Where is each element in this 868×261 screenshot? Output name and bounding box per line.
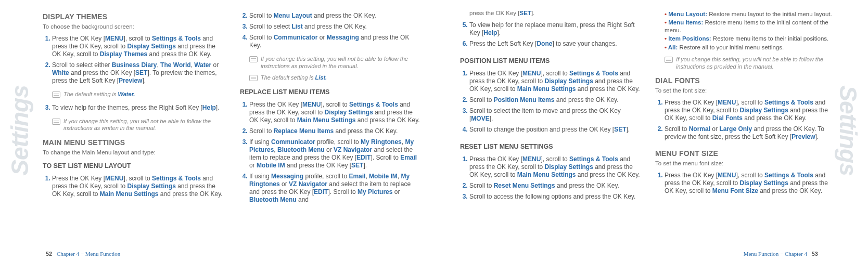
step: Scroll to Replace Menu Items and press t… — [249, 127, 423, 135]
set-list-menu-layout-steps: Press the OK Key [MENU], scroll to Setti… — [43, 173, 225, 201]
note-icon — [665, 57, 673, 63]
page-right: press the OK Key [SET]. To view help for… — [450, 0, 850, 261]
left-col-2: Scroll to Menu Layout and press the OK K… — [240, 9, 423, 247]
page-number-left: 52 — [46, 251, 52, 257]
reset-list-menu-settings-heading: RESET LIST MENU SETTINGS — [460, 143, 641, 151]
note-icon — [249, 75, 258, 81]
page-left: DISPLAY THEMES To choose the background … — [32, 0, 433, 261]
step: Press the Left Soft Key [Done] to save y… — [469, 40, 641, 48]
side-label-left: Settings — [5, 85, 35, 175]
set-list-menu-layout-heading: TO SET LIST MENU LAYOUT — [43, 162, 225, 171]
main-menu-settings-lead: To change the Main Menu layout and type: — [43, 149, 225, 156]
dial-fonts-steps: Press the OK Key [MENU], scroll to Setti… — [655, 97, 836, 144]
note: The default setting is List. — [249, 74, 423, 82]
reset-list-menu-settings-steps: Press the OK Key [MENU], scroll to Setti… — [460, 154, 641, 204]
page-number-right: 53 — [812, 251, 818, 257]
list-item: All: Restore all to your initial menu se… — [665, 44, 836, 51]
right-col-2: Menu Layout: Restore menu layout to the … — [655, 9, 836, 247]
list-item: Menu Layout: Restore menu layout to the … — [665, 10, 836, 18]
step: Scroll to select List and press the OK K… — [249, 23, 423, 31]
step: Scroll to access the following options a… — [469, 193, 641, 201]
dial-fonts-heading: DIAL FONTS — [655, 76, 836, 86]
step: Press the OK Key [MENU], scroll to Setti… — [665, 99, 836, 122]
step: Press the OK Key [MENU], scroll to Setti… — [52, 175, 225, 198]
position-list-menu-items-steps: Press the OK Key [MENU], scroll to Setti… — [460, 68, 641, 137]
set-list-menu-layout-steps-cont: Scroll to Menu Layout and press the OK K… — [240, 10, 423, 53]
note-icon — [52, 119, 60, 125]
step: Scroll to change the position and press … — [469, 126, 641, 134]
step: Press the OK Key [MENU], scroll to Setti… — [665, 172, 836, 195]
menu-font-size-steps: Press the OK Key [MENU], scroll to Setti… — [655, 170, 836, 198]
step: Scroll to Reset Menu Settings and press … — [469, 182, 641, 190]
step: Scroll to select either Business Diary, … — [52, 61, 225, 85]
note: If you change this setting, you will not… — [52, 118, 225, 133]
note: If you change this setting, you will not… — [665, 56, 836, 71]
step: To view help for the themes, press the R… — [52, 104, 225, 112]
right-col-1: press the OK Key [SET]. To view help for… — [460, 9, 641, 247]
left-col-1: DISPLAY THEMES To choose the background … — [43, 9, 225, 247]
replace-list-menu-items-heading: REPLACE LIST MENU ITEMS — [240, 88, 423, 97]
display-themes-lead: To choose the background screen: — [43, 23, 225, 30]
replace-list-menu-items-steps: Press the OK Key [MENU], scroll to Setti… — [240, 99, 423, 207]
footer-left: 52 Chapter 4 − Menu Function — [43, 251, 120, 258]
note-icon — [249, 56, 258, 62]
display-themes-steps-cont: To view help for the themes, press the R… — [43, 102, 225, 115]
step: Scroll to select the item to move and pr… — [469, 107, 641, 123]
continuation-text: press the OK Key [SET]. — [469, 9, 641, 17]
step: If using Messaging profile, scroll to Em… — [249, 173, 423, 204]
footer-right: Menu Function − Chapter 4 53 — [744, 251, 821, 258]
list-item: Item Positions: Restore menu items to th… — [665, 35, 836, 42]
footer-right-text: Menu Function − Chapter 4 — [744, 251, 807, 257]
step: Scroll to Communicator or Messaging and … — [249, 34, 423, 49]
menu-font-size-lead: To set the menu font size: — [655, 160, 836, 167]
step: Press the OK Key [MENU], scroll to Setti… — [52, 35, 225, 58]
list-item: Menu Items: Restore menu items to the in… — [665, 19, 836, 34]
dial-fonts-lead: To set the font size: — [655, 87, 836, 94]
menu-font-size-heading: MENU FONT SIZE — [655, 149, 836, 159]
note: If you change this setting, you will not… — [249, 56, 423, 70]
step: Press the OK Key [MENU], scroll to Setti… — [469, 70, 641, 93]
note: The default setting is Water. — [52, 91, 225, 98]
step: Scroll to Normal or Large Only and press… — [665, 125, 836, 141]
step: Press the OK Key [MENU], scroll to Setti… — [249, 101, 423, 124]
main-menu-settings-heading: MAIN MENU SETTINGS — [43, 138, 225, 148]
reset-options-list: Menu Layout: Restore menu layout to the … — [665, 9, 836, 52]
step: Scroll to Position Menu Items and press … — [469, 96, 641, 104]
step: If using Communicator profile, scroll to… — [249, 138, 423, 169]
note-icon — [52, 92, 60, 98]
footer-left-text: Chapter 4 − Menu Function — [57, 251, 120, 257]
display-themes-heading: DISPLAY THEMES — [43, 12, 225, 22]
position-list-menu-items-heading: POSITION LIST MENU ITEMS — [460, 57, 641, 66]
display-themes-steps: Press the OK Key [MENU], scroll to Setti… — [43, 33, 225, 88]
step: Press the OK Key [MENU], scroll to Setti… — [469, 155, 641, 179]
step: To view help for the replace menu item, … — [469, 21, 641, 37]
replace-list-menu-items-steps-cont: To view help for the replace menu item, … — [460, 20, 641, 51]
step: Scroll to Menu Layout and press the OK K… — [249, 12, 423, 20]
